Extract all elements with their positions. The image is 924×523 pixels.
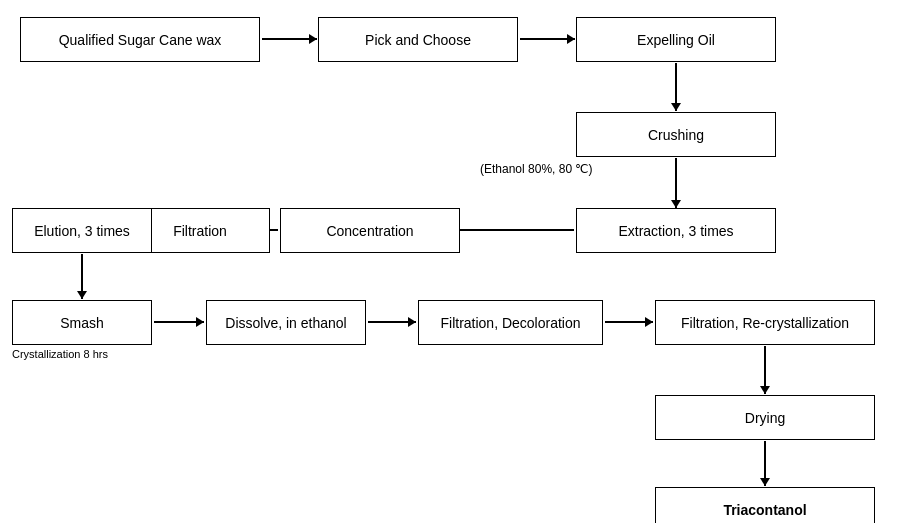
arrow-smash-diss: [154, 321, 204, 323]
expelling-oil-box: Expelling Oil: [576, 17, 776, 62]
drying-box: Drying: [655, 395, 875, 440]
crushing-box: Crushing: [576, 112, 776, 157]
filtration-recryst-box: Filtration, Re-crystallization: [655, 300, 875, 345]
arrow-dry-tri: [764, 441, 766, 486]
arrow-elut-smash: [81, 254, 83, 299]
smash-box: Smash: [12, 300, 152, 345]
sugar-cane-box: Qualified Sugar Cane wax: [20, 17, 260, 62]
triacontanol-box: Triacontanol: [655, 487, 875, 523]
process-diagram: Qualified Sugar Cane wax Pick and Choose…: [0, 0, 924, 523]
pick-choose-box: Pick and Choose: [318, 17, 518, 62]
ethanol-label: (Ethanol 80%, 80 ℃): [480, 162, 592, 176]
arrow-eo-cr: [675, 63, 677, 111]
elution-box: Elution, 3 times: [12, 208, 152, 253]
arrow-sc-pc: [262, 38, 317, 40]
dissolve-box: Dissolve, in ethanol: [206, 300, 366, 345]
crystallization-label: Crystallization 8 hrs: [12, 348, 108, 360]
extraction-box: Extraction, 3 times: [576, 208, 776, 253]
arrow-fd-fr: [605, 321, 653, 323]
filtration-decol-box: Filtration, Decoloration: [418, 300, 603, 345]
arrow-cr-ex: [675, 158, 677, 208]
arrow-fr-dry: [764, 346, 766, 394]
concentration-box: Concentration: [280, 208, 460, 253]
arrow-pc-eo: [520, 38, 575, 40]
arrow-diss-fd: [368, 321, 416, 323]
